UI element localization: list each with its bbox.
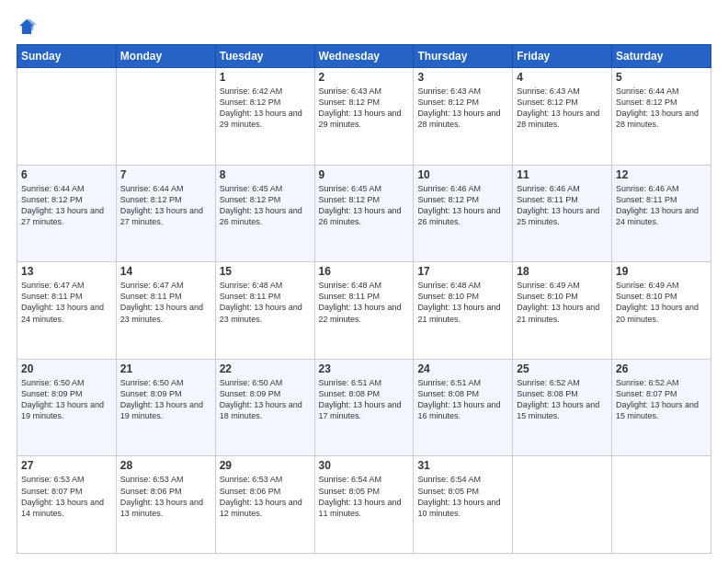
day-info: Sunrise: 6:50 AM Sunset: 8:09 PM Dayligh… [21, 377, 112, 422]
day-number: 4 [517, 71, 608, 84]
calendar-cell: 18Sunrise: 6:49 AM Sunset: 8:10 PM Dayli… [513, 262, 612, 360]
day-info: Sunrise: 6:45 AM Sunset: 8:12 PM Dayligh… [319, 183, 410, 228]
calendar-day-header: Thursday [414, 45, 513, 68]
day-info: Sunrise: 6:53 AM Sunset: 8:07 PM Dayligh… [21, 474, 112, 519]
calendar-cell: 28Sunrise: 6:53 AM Sunset: 8:06 PM Dayli… [116, 456, 215, 554]
calendar-week-row: 6Sunrise: 6:44 AM Sunset: 8:12 PM Daylig… [17, 165, 711, 262]
day-number: 27 [21, 459, 112, 472]
calendar-cell [513, 456, 612, 554]
day-number: 26 [616, 362, 707, 375]
calendar-day-header: Monday [116, 45, 215, 68]
calendar-cell: 25Sunrise: 6:52 AM Sunset: 8:08 PM Dayli… [513, 359, 612, 456]
calendar-week-row: 27Sunrise: 6:53 AM Sunset: 8:07 PM Dayli… [17, 456, 711, 554]
day-info: Sunrise: 6:50 AM Sunset: 8:09 PM Dayligh… [220, 377, 311, 422]
calendar-header-row: SundayMondayTuesdayWednesdayThursdayFrid… [17, 45, 711, 68]
day-info: Sunrise: 6:46 AM Sunset: 8:11 PM Dayligh… [616, 183, 707, 228]
day-number: 31 [417, 459, 508, 472]
day-info: Sunrise: 6:46 AM Sunset: 8:11 PM Dayligh… [517, 183, 608, 228]
calendar-day-header: Tuesday [215, 45, 314, 68]
calendar-day-header: Wednesday [314, 45, 414, 68]
calendar-week-row: 1Sunrise: 6:42 AM Sunset: 8:12 PM Daylig… [17, 68, 711, 166]
day-info: Sunrise: 6:53 AM Sunset: 8:06 PM Dayligh… [220, 474, 311, 519]
calendar-cell [612, 456, 711, 554]
day-info: Sunrise: 6:46 AM Sunset: 8:12 PM Dayligh… [417, 183, 508, 228]
day-number: 29 [220, 459, 311, 472]
day-info: Sunrise: 6:48 AM Sunset: 8:11 PM Dayligh… [319, 280, 410, 325]
page: SundayMondayTuesdayWednesdayThursdayFrid… [0, 0, 728, 563]
day-info: Sunrise: 6:52 AM Sunset: 8:07 PM Dayligh… [616, 377, 707, 422]
day-info: Sunrise: 6:42 AM Sunset: 8:12 PM Dayligh… [220, 86, 311, 131]
calendar-week-row: 20Sunrise: 6:50 AM Sunset: 8:09 PM Dayli… [17, 359, 711, 456]
day-number: 11 [517, 168, 608, 181]
day-info: Sunrise: 6:49 AM Sunset: 8:10 PM Dayligh… [517, 280, 608, 325]
day-info: Sunrise: 6:43 AM Sunset: 8:12 PM Dayligh… [319, 86, 410, 131]
day-number: 24 [417, 362, 508, 375]
calendar-cell: 11Sunrise: 6:46 AM Sunset: 8:11 PM Dayli… [513, 165, 612, 262]
day-info: Sunrise: 6:44 AM Sunset: 8:12 PM Dayligh… [21, 183, 112, 228]
calendar-cell: 7Sunrise: 6:44 AM Sunset: 8:12 PM Daylig… [116, 165, 215, 262]
calendar-cell: 30Sunrise: 6:54 AM Sunset: 8:05 PM Dayli… [314, 456, 414, 554]
day-number: 13 [21, 265, 112, 278]
day-number: 16 [319, 265, 410, 278]
day-info: Sunrise: 6:48 AM Sunset: 8:11 PM Dayligh… [220, 280, 311, 325]
calendar-cell: 21Sunrise: 6:50 AM Sunset: 8:09 PM Dayli… [116, 359, 215, 456]
day-number: 10 [417, 168, 508, 181]
day-info: Sunrise: 6:54 AM Sunset: 8:05 PM Dayligh… [417, 474, 508, 519]
logo-icon [17, 17, 37, 37]
day-info: Sunrise: 6:43 AM Sunset: 8:12 PM Dayligh… [517, 86, 608, 131]
day-number: 28 [120, 459, 211, 472]
calendar-cell: 9Sunrise: 6:45 AM Sunset: 8:12 PM Daylig… [314, 165, 414, 262]
day-info: Sunrise: 6:51 AM Sunset: 8:08 PM Dayligh… [417, 377, 508, 422]
calendar-cell: 23Sunrise: 6:51 AM Sunset: 8:08 PM Dayli… [314, 359, 414, 456]
day-number: 21 [120, 362, 211, 375]
calendar-day-header: Friday [513, 45, 612, 68]
calendar-cell: 8Sunrise: 6:45 AM Sunset: 8:12 PM Daylig… [215, 165, 314, 262]
calendar-cell: 3Sunrise: 6:43 AM Sunset: 8:12 PM Daylig… [414, 68, 513, 166]
day-info: Sunrise: 6:43 AM Sunset: 8:12 PM Dayligh… [417, 86, 508, 131]
calendar-cell: 31Sunrise: 6:54 AM Sunset: 8:05 PM Dayli… [414, 456, 513, 554]
day-number: 9 [319, 168, 410, 181]
day-number: 6 [21, 168, 112, 181]
calendar-week-row: 13Sunrise: 6:47 AM Sunset: 8:11 PM Dayli… [17, 262, 711, 360]
calendar-cell: 4Sunrise: 6:43 AM Sunset: 8:12 PM Daylig… [513, 68, 612, 166]
day-number: 14 [120, 265, 211, 278]
day-number: 19 [616, 265, 707, 278]
calendar-table: SundayMondayTuesdayWednesdayThursdayFrid… [17, 44, 711, 554]
day-number: 25 [517, 362, 608, 375]
calendar-day-header: Saturday [612, 45, 711, 68]
day-info: Sunrise: 6:54 AM Sunset: 8:05 PM Dayligh… [319, 474, 410, 519]
calendar-cell: 6Sunrise: 6:44 AM Sunset: 8:12 PM Daylig… [17, 165, 117, 262]
calendar-cell [116, 68, 215, 166]
day-info: Sunrise: 6:47 AM Sunset: 8:11 PM Dayligh… [21, 280, 112, 325]
day-number: 8 [220, 168, 311, 181]
calendar-cell: 1Sunrise: 6:42 AM Sunset: 8:12 PM Daylig… [215, 68, 314, 166]
calendar-cell: 5Sunrise: 6:44 AM Sunset: 8:12 PM Daylig… [612, 68, 711, 166]
calendar-cell: 22Sunrise: 6:50 AM Sunset: 8:09 PM Dayli… [215, 359, 314, 456]
day-info: Sunrise: 6:50 AM Sunset: 8:09 PM Dayligh… [120, 377, 211, 422]
calendar-cell: 24Sunrise: 6:51 AM Sunset: 8:08 PM Dayli… [414, 359, 513, 456]
calendar-cell: 26Sunrise: 6:52 AM Sunset: 8:07 PM Dayli… [612, 359, 711, 456]
day-number: 7 [120, 168, 211, 181]
header [17, 17, 711, 37]
day-number: 23 [319, 362, 410, 375]
day-number: 15 [220, 265, 311, 278]
day-number: 18 [517, 265, 608, 278]
day-number: 30 [319, 459, 410, 472]
day-info: Sunrise: 6:47 AM Sunset: 8:11 PM Dayligh… [120, 280, 211, 325]
calendar-cell [17, 68, 117, 166]
calendar-cell: 16Sunrise: 6:48 AM Sunset: 8:11 PM Dayli… [314, 262, 414, 360]
logo [17, 17, 40, 37]
calendar-cell: 27Sunrise: 6:53 AM Sunset: 8:07 PM Dayli… [17, 456, 117, 554]
calendar-cell: 17Sunrise: 6:48 AM Sunset: 8:10 PM Dayli… [414, 262, 513, 360]
day-info: Sunrise: 6:44 AM Sunset: 8:12 PM Dayligh… [120, 183, 211, 228]
calendar-day-header: Sunday [17, 45, 117, 68]
day-number: 2 [319, 71, 410, 84]
day-info: Sunrise: 6:49 AM Sunset: 8:10 PM Dayligh… [616, 280, 707, 325]
calendar-cell: 14Sunrise: 6:47 AM Sunset: 8:11 PM Dayli… [116, 262, 215, 360]
calendar-cell: 20Sunrise: 6:50 AM Sunset: 8:09 PM Dayli… [17, 359, 117, 456]
calendar-cell: 10Sunrise: 6:46 AM Sunset: 8:12 PM Dayli… [414, 165, 513, 262]
calendar-cell: 19Sunrise: 6:49 AM Sunset: 8:10 PM Dayli… [612, 262, 711, 360]
calendar-cell: 12Sunrise: 6:46 AM Sunset: 8:11 PM Dayli… [612, 165, 711, 262]
calendar-cell: 15Sunrise: 6:48 AM Sunset: 8:11 PM Dayli… [215, 262, 314, 360]
day-number: 20 [21, 362, 112, 375]
